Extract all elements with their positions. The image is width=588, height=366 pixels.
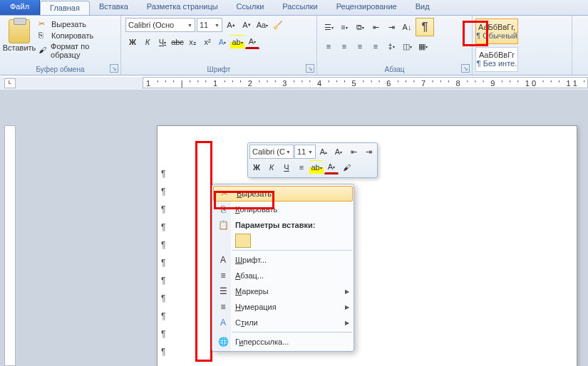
paragraph-icon: ≡ [217,270,229,281]
font-name-combo[interactable]: Calibri (Осно▼ [125,18,195,32]
mini-grow-font[interactable]: A▴ [316,145,331,159]
ctx-bullets[interactable]: ☰ Маркеры ▶ [212,283,354,299]
tab-insert[interactable]: Вставка [90,0,138,15]
pilcrow-mark: ¶ [161,222,165,232]
group-label-clipboard: Буфер обмена [4,64,116,75]
sort-button[interactable]: A↓ [400,20,414,34]
mini-bold[interactable]: Ж [249,160,264,174]
mini-highlight[interactable]: ab▾ [309,160,324,174]
superscript-button[interactable]: x² [200,35,215,49]
highlight-pilcrow [463,21,488,46]
numbering-icon: ≡ [217,301,229,313]
mini-toolbar: Calibri (С▼ 11▼ A▴ A▾ ⇤ ⇥ Ж К Ч ≡ ab▾ A▾… [247,142,378,178]
mini-underline[interactable]: Ч [279,160,294,174]
ctx-styles[interactable]: A Стили ▶ [212,315,354,330]
separator [232,250,352,251]
ctx-hyperlink[interactable]: 🌐 Гиперссылка... [212,334,354,350]
increase-indent-button[interactable]: ⇥ [384,20,398,34]
pilcrow-mark: ¶ [161,311,165,321]
clear-formatting-button[interactable]: 🧹 [271,18,285,32]
strike-button[interactable]: abc [170,35,185,49]
align-center-button[interactable]: ≡ [337,39,351,53]
ribbon-body: Вставить ✂Вырезать ⎘Копировать 🖌Формат п… [0,16,588,75]
tab-view[interactable]: Вид [406,0,439,15]
format-painter-button[interactable]: 🖌Формат по образцу [38,42,116,59]
group-font: Calibri (Осно▼ 11▼ A▴ A▾ Aa▾ 🧹 Ж К Ч▾ ab… [121,16,317,75]
shrink-font-button[interactable]: A▾ [239,18,254,32]
mini-decrease-indent[interactable]: ⇤ [346,145,361,159]
multilevel-button[interactable]: ⧉▾ [353,20,367,34]
copy-icon: ⎘ [38,31,48,41]
ctx-font[interactable]: A Шрифт... [212,252,354,268]
pilcrow-mark: ¶ [161,187,165,197]
tab-layout[interactable]: Разметка страницы [138,0,227,15]
tab-selector[interactable]: L [4,78,16,88]
submenu-arrow-icon: ▶ [345,288,349,295]
grow-font-button[interactable]: A▴ [224,18,238,32]
bullets-button[interactable]: ☰▾ [321,20,336,34]
mini-font-color[interactable]: A▾ [324,160,339,174]
pilcrow-mark: ¶ [161,169,165,179]
mini-font-combo[interactable]: Calibri (С▼ [249,145,294,159]
underline-button[interactable]: Ч▾ [155,35,170,49]
highlight-paragraph-marks [195,141,212,362]
scissors-icon: ✂ [38,19,48,29]
show-marks-button[interactable]: ¶ [416,18,434,36]
tab-home[interactable]: Главная [40,1,90,15]
ctx-paste-button[interactable] [212,233,354,249]
mini-shrink-font[interactable]: A▾ [331,145,346,159]
font-size-combo[interactable]: 11▼ [197,18,222,32]
style-no-spacing[interactable]: АаБбВвГг ¶ Без инте. [475,47,518,73]
paste-label: Вставить [3,43,36,52]
separator [232,332,352,333]
mini-format-painter[interactable]: 🖌 [339,160,354,174]
text-effects-button[interactable]: A▾ [215,35,229,49]
pilcrow-mark: ¶ [161,258,165,268]
paste-icon [9,19,30,43]
decrease-indent-button[interactable]: ⇤ [368,20,383,34]
mini-italic[interactable]: К [264,160,279,174]
shading-button[interactable]: ◫▾ [400,39,414,53]
align-right-button[interactable]: ≡ [353,39,367,53]
ctx-paste-options: 📋 Параметры вставки: [212,217,354,233]
brush-icon: 🖌 [38,46,48,56]
copy-button[interactable]: ⎘Копировать [38,31,116,41]
align-left-button[interactable]: ≡ [321,39,336,53]
numbering-button[interactable]: ≡▾ [337,20,351,34]
ctx-numbering[interactable]: ≡ Нумерация ▶ [212,299,354,315]
paste-keep-source-icon [235,234,251,248]
borders-button[interactable]: ▦▾ [416,39,430,53]
cut-button[interactable]: ✂Вырезать [38,19,116,29]
justify-button[interactable]: ≡ [368,39,383,53]
highlight-cut [214,191,274,209]
highlight-button[interactable]: ab▾ [230,35,244,49]
bold-button[interactable]: Ж [125,35,140,49]
subscript-button[interactable]: x₂ [185,35,200,49]
group-label-paragraph: Абзац [321,64,468,75]
mini-increase-indent[interactable]: ⇥ [361,145,376,159]
horizontal-ruler[interactable]: 1 ' ' ' | ' ' ' 1 ' ' ' 2 ' ' ' 3 ' ' ' … [143,77,588,88]
tab-file[interactable]: Файл [0,0,40,15]
pilcrow-mark: ¶ [161,293,165,303]
italic-button[interactable]: К [140,35,155,49]
mini-size-combo[interactable]: 11▼ [294,145,316,159]
font-color-button[interactable]: A▾ [245,35,259,49]
change-case-button[interactable]: Aa▾ [255,18,269,32]
bullets-icon: ☰ [217,286,229,297]
line-spacing-button[interactable]: ‡▾ [384,39,398,53]
paragraph-launcher[interactable]: ↘ [461,64,470,73]
pilcrow-mark: ¶ [161,204,165,214]
ctx-paragraph[interactable]: ≡ Абзац... [212,268,354,283]
clipboard-launcher[interactable]: ↘ [110,64,118,73]
tab-review[interactable]: Рецензирование [327,0,406,15]
paste-button[interactable]: Вставить [4,18,34,59]
font-launcher[interactable]: ↘ [306,64,314,73]
tab-mailings[interactable]: Рассылки [273,0,326,15]
vertical-ruler[interactable] [4,125,16,366]
mini-align-center[interactable]: ≡ [294,160,309,174]
ribbon-tabs: Файл Главная Вставка Разметка страницы С… [0,0,588,16]
group-clipboard: Вставить ✂Вырезать ⎘Копировать 🖌Формат п… [0,16,121,75]
pilcrow-mark: ¶ [161,329,165,339]
pilcrow-mark: ¶ [161,347,165,357]
tab-references[interactable]: Ссылки [227,0,274,15]
